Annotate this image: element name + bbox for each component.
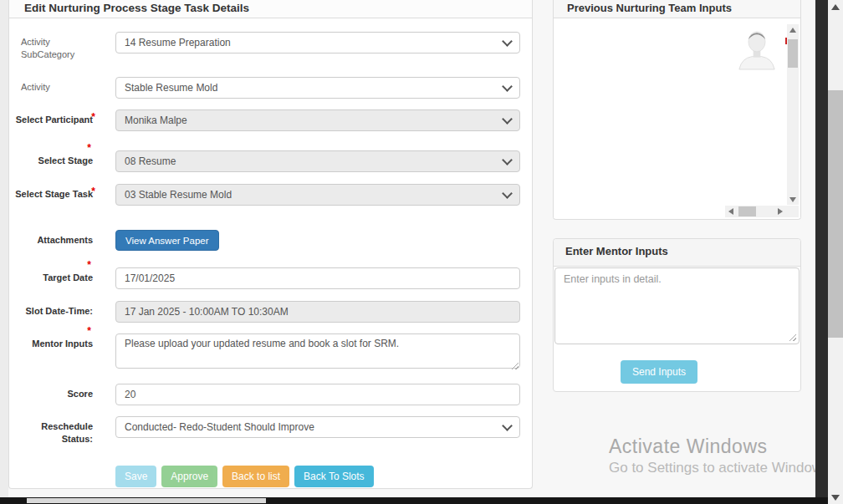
watermark-subtitle: Go to Settings to activate Windows. [609, 460, 833, 476]
required-asterisk: * [87, 259, 91, 272]
scroll-up-arrow-icon[interactable] [787, 24, 799, 35]
field-row-select-stage-task: Select Stage Task * 03 Stable Resume Mol… [13, 184, 520, 206]
watermark-title: Activate Windows [609, 435, 833, 458]
chevron-down-icon [502, 155, 513, 165]
previous-inputs-panel: Previous Nurturing Team Inputs [553, 0, 801, 220]
avatar [737, 28, 777, 74]
target-date-label: * Target Date [13, 267, 93, 284]
field-row-score: Score [13, 384, 520, 405]
mentor-inputs-textarea[interactable]: Please upload your updated resume and bo… [115, 333, 520, 369]
score-label: Score [13, 384, 93, 400]
back-to-list-button[interactable]: Back to list [222, 466, 289, 487]
inner-vscroll-thumb[interactable] [788, 39, 798, 68]
page: Edit Nurturing Process Stage Task Detail… [0, 0, 843, 504]
scroll-up-arrow-icon[interactable] [828, 0, 843, 13]
required-asterisk: * [91, 111, 95, 124]
field-row-activity: Activity Stable Resume Mold [13, 77, 520, 99]
select-stage-label: * Select Stage [13, 150, 93, 167]
view-answer-paper-button[interactable]: View Answer Paper [115, 230, 219, 251]
field-row-select-stage: * Select Stage 08 Resume [13, 150, 520, 172]
page-title: Edit Nurturing Process Stage Task Detail… [24, 2, 249, 14]
required-asterisk: * [87, 142, 91, 155]
reschedule-status-value: Conducted- Redo-Student Should Improve [125, 421, 314, 433]
activity-subcategory-select[interactable]: 14 Resume Preparation [115, 32, 520, 53]
reschedule-status-select[interactable]: Conducted- Redo-Student Should Improve [115, 416, 520, 438]
enter-mentor-inputs-panel: Enter Mentor Inputs Send Inputs [553, 238, 801, 392]
slot-datetime-label: Slot Date-Time: [13, 301, 93, 318]
reschedule-status-label: Reschedule Status: [13, 416, 93, 445]
previous-inputs-title: Previous Nurturing Team Inputs [567, 2, 732, 14]
activity-subcategory-label: Activity SubCategory [13, 32, 93, 61]
chevron-down-icon [502, 188, 513, 199]
field-row-select-participant: Select Participant * Monika Malpe [13, 109, 520, 131]
slot-datetime-input [115, 301, 520, 323]
edit-task-panel: Edit Nurturing Process Stage Task Detail… [8, 0, 533, 489]
scroll-down-arrow-icon[interactable] [828, 491, 843, 504]
activity-select[interactable]: Stable Resume Mold [115, 77, 520, 99]
activity-value: Stable Resume Mold [125, 82, 217, 94]
activity-subcategory-value: 14 Resume Preparation [125, 37, 231, 48]
inner-hscroll-thumb[interactable] [738, 206, 756, 216]
chevron-down-icon [502, 420, 513, 431]
mentor-inputs-label: * Mentor Inputs [13, 333, 93, 350]
browser-vertical-scrollbar[interactable] [828, 0, 843, 504]
select-stage-select[interactable]: 08 Resume [115, 150, 520, 172]
mentor-inputs-entry-textarea[interactable] [554, 267, 800, 344]
edit-task-form: Activity SubCategory 14 Resume Preparati… [9, 18, 532, 487]
select-participant-value: Monika Malpe [125, 115, 187, 126]
save-button[interactable]: Save [115, 466, 156, 487]
field-row-target-date: * Target Date [13, 267, 520, 289]
field-row-reschedule-status: Reschedule Status: Conducted- Redo-Stude… [13, 416, 520, 445]
inner-vertical-scrollbar[interactable] [787, 24, 799, 205]
select-stage-task-value: 03 Stable Resume Mold [125, 189, 232, 201]
inner-horizontal-scrollbar[interactable] [725, 206, 799, 217]
activate-windows-watermark: Activate Windows Go to Settings to activ… [609, 435, 833, 476]
field-row-activity-subcategory: Activity SubCategory 14 Resume Preparati… [13, 32, 520, 61]
activity-label: Activity [13, 77, 93, 94]
scroll-left-arrow-icon[interactable] [725, 208, 737, 215]
chevron-down-icon [502, 36, 513, 47]
chevron-down-icon [502, 114, 513, 125]
attachments-label: Attachments [13, 230, 93, 247]
previous-inputs-panel-header: Previous Nurturing Team Inputs [554, 0, 800, 18]
target-date-input[interactable] [115, 267, 520, 289]
bottom-horizontal-scrollbar[interactable] [0, 497, 828, 504]
field-row-slot-datetime: Slot Date-Time: [13, 301, 520, 323]
previous-inputs-scroll-area[interactable] [554, 18, 800, 218]
select-participant-label: Select Participant * [13, 109, 93, 126]
approve-button[interactable]: Approve [161, 466, 217, 487]
score-input[interactable] [115, 384, 520, 405]
required-asterisk: * [87, 325, 91, 338]
scroll-right-arrow-icon[interactable] [774, 208, 786, 215]
left-edge-strip [0, 0, 8, 497]
enter-mentor-inputs-header: Enter Mentor Inputs [554, 239, 800, 267]
edit-task-panel-header: Edit Nurturing Process Stage Task Detail… [9, 0, 532, 18]
back-to-slots-button[interactable]: Back To Slots [294, 466, 373, 487]
field-row-attachments: Attachments View Answer Paper [13, 230, 520, 251]
scroll-down-arrow-icon[interactable] [787, 194, 799, 205]
send-inputs-button[interactable]: Send Inputs [621, 360, 697, 384]
hscroll-thumb[interactable] [27, 498, 266, 503]
chevron-down-icon [502, 81, 513, 92]
select-stage-task-select[interactable]: 03 Stable Resume Mold [115, 184, 520, 206]
enter-mentor-inputs-title: Enter Mentor Inputs [565, 245, 668, 257]
select-participant-select[interactable]: Monika Malpe [115, 109, 520, 131]
select-stage-value: 08 Resume [125, 155, 176, 167]
window-edge-strip [815, 0, 828, 497]
select-stage-task-label: Select Stage Task * [13, 184, 93, 201]
field-row-mentor-inputs: * Mentor Inputs Please upload your updat… [13, 333, 520, 372]
vscroll-thumb[interactable] [828, 90, 843, 338]
required-asterisk: * [91, 186, 95, 198]
form-actions-row: Save Approve Back to list Back To Slots [13, 466, 520, 487]
